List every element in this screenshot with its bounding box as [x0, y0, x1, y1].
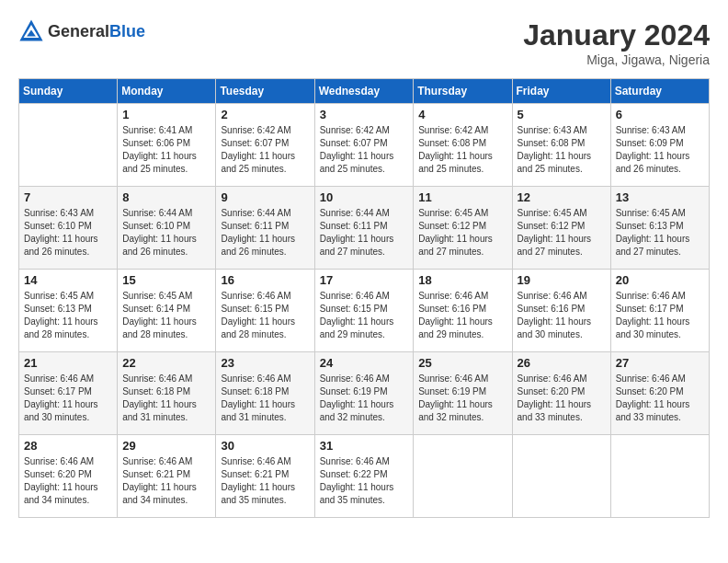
day-number: 13 [616, 190, 704, 204]
calendar-cell [19, 104, 118, 187]
day-number: 10 [320, 190, 409, 204]
day-info: Sunrise: 6:41 AMSunset: 6:06 PMDaylight:… [122, 124, 210, 176]
day-info: Sunrise: 6:46 AMSunset: 6:20 PMDaylight:… [518, 373, 606, 424]
calendar-cell [414, 435, 512, 518]
day-number: 27 [616, 356, 704, 370]
day-info: Sunrise: 6:42 AMSunset: 6:08 PMDaylight:… [418, 124, 506, 176]
logo-icon [18, 18, 44, 44]
day-info: Sunrise: 6:46 AMSunset: 6:21 PMDaylight:… [122, 455, 210, 507]
day-number: 31 [320, 439, 409, 453]
calendar-cell: 29Sunrise: 6:46 AMSunset: 6:21 PMDayligh… [118, 435, 216, 518]
day-number: 20 [616, 273, 704, 287]
day-number: 1 [122, 108, 210, 121]
day-info: Sunrise: 6:45 AMSunset: 6:13 PMDaylight:… [616, 207, 704, 259]
day-number: 12 [518, 190, 606, 204]
day-number: 4 [418, 108, 506, 121]
day-number: 28 [24, 439, 112, 453]
calendar-cell: 25Sunrise: 6:46 AMSunset: 6:19 PMDayligh… [414, 352, 512, 435]
day-number: 22 [122, 356, 210, 370]
weekday-header-friday: Friday [512, 79, 610, 104]
day-number: 15 [122, 273, 210, 287]
calendar-cell: 23Sunrise: 6:46 AMSunset: 6:18 PMDayligh… [216, 352, 314, 435]
day-number: 5 [518, 108, 606, 121]
logo-general-text: General [48, 22, 109, 40]
calendar-cell: 20Sunrise: 6:46 AMSunset: 6:17 PMDayligh… [610, 270, 709, 352]
day-number: 26 [518, 356, 606, 370]
weekday-header-sunday: Sunday [19, 79, 118, 104]
day-number: 18 [418, 273, 506, 287]
day-number: 6 [616, 108, 704, 121]
calendar-cell [512, 435, 610, 518]
calendar-cell: 15Sunrise: 6:45 AMSunset: 6:14 PMDayligh… [118, 270, 216, 352]
weekday-header-saturday: Saturday [610, 79, 709, 104]
day-info: Sunrise: 6:46 AMSunset: 6:17 PMDaylight:… [24, 373, 112, 424]
day-number: 2 [221, 108, 309, 121]
week-row-4: 21Sunrise: 6:46 AMSunset: 6:17 PMDayligh… [19, 352, 710, 435]
calendar-cell: 6Sunrise: 6:43 AMSunset: 6:09 PMDaylight… [610, 104, 709, 187]
day-info: Sunrise: 6:44 AMSunset: 6:10 PMDaylight:… [122, 207, 210, 259]
calendar-cell: 9Sunrise: 6:44 AMSunset: 6:11 PMDaylight… [216, 187, 314, 270]
title-block: January 2024 Miga, Jigawa, Nigeria [523, 18, 710, 67]
day-info: Sunrise: 6:46 AMSunset: 6:19 PMDaylight:… [320, 373, 409, 424]
day-number: 29 [122, 439, 210, 453]
day-number: 21 [24, 356, 112, 370]
day-info: Sunrise: 6:46 AMSunset: 6:19 PMDaylight:… [418, 373, 506, 424]
calendar-cell: 11Sunrise: 6:45 AMSunset: 6:12 PMDayligh… [414, 187, 512, 270]
logo: GeneralBlue [18, 18, 145, 44]
day-number: 23 [221, 356, 309, 370]
week-row-5: 28Sunrise: 6:46 AMSunset: 6:20 PMDayligh… [19, 435, 710, 518]
day-number: 24 [320, 356, 409, 370]
weekday-header-wednesday: Wednesday [314, 79, 414, 104]
day-info: Sunrise: 6:46 AMSunset: 6:15 PMDaylight:… [320, 290, 409, 341]
week-row-1: 1Sunrise: 6:41 AMSunset: 6:06 PMDaylight… [19, 104, 710, 187]
calendar-cell: 12Sunrise: 6:45 AMSunset: 6:12 PMDayligh… [512, 187, 610, 270]
day-info: Sunrise: 6:46 AMSunset: 6:18 PMDaylight:… [221, 373, 309, 424]
calendar-cell: 31Sunrise: 6:46 AMSunset: 6:22 PMDayligh… [314, 435, 414, 518]
day-info: Sunrise: 6:46 AMSunset: 6:17 PMDaylight:… [616, 290, 704, 341]
week-row-3: 14Sunrise: 6:45 AMSunset: 6:13 PMDayligh… [19, 270, 710, 352]
calendar-cell: 24Sunrise: 6:46 AMSunset: 6:19 PMDayligh… [314, 352, 414, 435]
day-info: Sunrise: 6:46 AMSunset: 6:20 PMDaylight:… [616, 373, 704, 424]
day-info: Sunrise: 6:46 AMSunset: 6:18 PMDaylight:… [122, 373, 210, 424]
calendar-cell: 28Sunrise: 6:46 AMSunset: 6:20 PMDayligh… [19, 435, 118, 518]
calendar-cell: 16Sunrise: 6:46 AMSunset: 6:15 PMDayligh… [216, 270, 314, 352]
day-number: 30 [221, 439, 309, 453]
month-title: January 2024 [523, 18, 710, 52]
calendar-cell: 26Sunrise: 6:46 AMSunset: 6:20 PMDayligh… [512, 352, 610, 435]
day-info: Sunrise: 6:44 AMSunset: 6:11 PMDaylight:… [320, 207, 409, 259]
day-info: Sunrise: 6:46 AMSunset: 6:16 PMDaylight:… [518, 290, 606, 341]
weekday-header-monday: Monday [118, 79, 216, 104]
calendar-cell: 5Sunrise: 6:43 AMSunset: 6:08 PMDaylight… [512, 104, 610, 187]
day-info: Sunrise: 6:45 AMSunset: 6:12 PMDaylight:… [518, 207, 606, 259]
location: Miga, Jigawa, Nigeria [523, 52, 710, 67]
weekday-header-tuesday: Tuesday [216, 79, 314, 104]
calendar-cell: 13Sunrise: 6:45 AMSunset: 6:13 PMDayligh… [610, 187, 709, 270]
day-info: Sunrise: 6:46 AMSunset: 6:16 PMDaylight:… [418, 290, 506, 341]
day-info: Sunrise: 6:45 AMSunset: 6:13 PMDaylight:… [24, 290, 112, 341]
calendar-cell: 30Sunrise: 6:46 AMSunset: 6:21 PMDayligh… [216, 435, 314, 518]
weekday-header-thursday: Thursday [414, 79, 512, 104]
day-info: Sunrise: 6:44 AMSunset: 6:11 PMDaylight:… [221, 207, 309, 259]
day-info: Sunrise: 6:46 AMSunset: 6:15 PMDaylight:… [221, 290, 309, 341]
calendar-cell: 8Sunrise: 6:44 AMSunset: 6:10 PMDaylight… [118, 187, 216, 270]
weekday-header-row: SundayMondayTuesdayWednesdayThursdayFrid… [19, 79, 710, 104]
day-number: 8 [122, 190, 210, 204]
calendar-cell: 27Sunrise: 6:46 AMSunset: 6:20 PMDayligh… [610, 352, 709, 435]
calendar-cell [610, 435, 709, 518]
logo-blue-text: Blue [109, 22, 145, 40]
day-number: 17 [320, 273, 409, 287]
day-info: Sunrise: 6:43 AMSunset: 6:10 PMDaylight:… [24, 207, 112, 259]
day-info: Sunrise: 6:45 AMSunset: 6:12 PMDaylight:… [418, 207, 506, 259]
calendar-cell: 21Sunrise: 6:46 AMSunset: 6:17 PMDayligh… [19, 352, 118, 435]
calendar-table: SundayMondayTuesdayWednesdayThursdayFrid… [18, 78, 710, 518]
day-info: Sunrise: 6:46 AMSunset: 6:21 PMDaylight:… [221, 455, 309, 507]
calendar-cell: 18Sunrise: 6:46 AMSunset: 6:16 PMDayligh… [414, 270, 512, 352]
week-row-2: 7Sunrise: 6:43 AMSunset: 6:10 PMDaylight… [19, 187, 710, 270]
day-info: Sunrise: 6:43 AMSunset: 6:08 PMDaylight:… [518, 124, 606, 176]
calendar-cell: 19Sunrise: 6:46 AMSunset: 6:16 PMDayligh… [512, 270, 610, 352]
day-info: Sunrise: 6:42 AMSunset: 6:07 PMDaylight:… [320, 124, 409, 176]
day-info: Sunrise: 6:42 AMSunset: 6:07 PMDaylight:… [221, 124, 309, 176]
calendar-cell: 17Sunrise: 6:46 AMSunset: 6:15 PMDayligh… [314, 270, 414, 352]
day-info: Sunrise: 6:46 AMSunset: 6:20 PMDaylight:… [24, 455, 112, 507]
day-number: 3 [320, 108, 409, 121]
